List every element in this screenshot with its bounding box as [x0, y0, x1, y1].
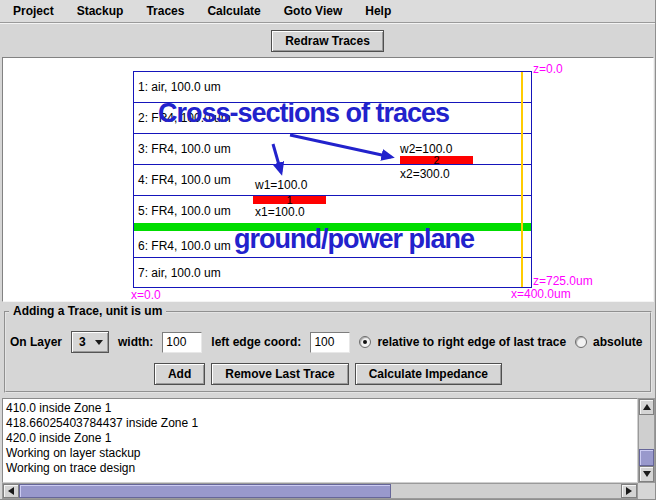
add-trace-controls: On Layer 3 width: left edge coord: relat… — [10, 330, 642, 354]
add-button[interactable]: Add — [154, 363, 205, 385]
trace1-x-label: x1=100.0 — [255, 205, 305, 219]
log-panel: 410.0 inside Zone 1 418.66025403784437 i… — [2, 398, 654, 499]
absolute-radio-group: absolute — [575, 335, 642, 349]
menu-stackup[interactable]: Stackup — [74, 2, 127, 20]
scroll-right-button[interactable] — [621, 484, 637, 498]
log-line: 418.66025403784437 inside Zone 1 — [6, 416, 637, 431]
stackup-canvas: 1: air, 100.0 um 2: FR4, 100.0 um 3: FR4… — [2, 57, 654, 302]
menu-project[interactable]: Project — [10, 2, 57, 20]
width-label: width: — [118, 335, 153, 349]
toolbar: Redraw Traces — [0, 24, 655, 57]
z-axis-marker-line — [521, 72, 523, 287]
coord-z-bottom: z=725.0um — [533, 274, 593, 288]
add-trace-buttons: Add Remove Last Trace Calculate Impedanc… — [0, 363, 656, 385]
width-input[interactable] — [162, 332, 202, 353]
arrow-down-icon — [643, 471, 651, 477]
add-trace-panel: Adding a Trace, unit is um On Layer 3 wi… — [0, 302, 656, 396]
layer-row-7: 7: air, 100.0 um — [134, 258, 531, 286]
scroll-down-button[interactable] — [639, 466, 654, 482]
arrow-left-icon — [8, 487, 14, 495]
trace2-width-label: w2=100.0 — [400, 142, 452, 156]
log-line: Working on layer stackup — [6, 446, 637, 461]
menu-goto-view[interactable]: Goto View — [281, 2, 345, 20]
log-line: Working on trace design — [6, 461, 637, 476]
scroll-up-button[interactable] — [639, 399, 654, 415]
redraw-traces-button[interactable]: Redraw Traces — [271, 30, 384, 52]
layer-row-5: 5: FR4, 100.0 um — [134, 196, 531, 223]
arrow-right-icon — [626, 487, 632, 495]
left-edge-label: left edge coord: — [211, 335, 301, 349]
log-line: 410.0 inside Zone 1 — [6, 401, 637, 416]
horizontal-scrollbar[interactable] — [2, 483, 638, 499]
remove-last-trace-button[interactable]: Remove Last Trace — [211, 363, 348, 385]
layer-label: 7: air, 100.0 um — [138, 266, 221, 280]
on-layer-label: On Layer — [10, 335, 62, 349]
trace2-x-label: x2=300.0 — [400, 167, 450, 181]
layer-label: 4: FR4, 100.0 um — [138, 173, 231, 187]
menu-calculate[interactable]: Calculate — [204, 2, 263, 20]
app-window: Project Stackup Traces Calculate Goto Vi… — [0, 0, 656, 500]
trace1-width-label: w1=100.0 — [255, 178, 307, 192]
relative-radio-label: relative to right edge of last trace — [377, 335, 566, 349]
arrow-up-icon — [643, 404, 651, 410]
relative-radio-group: relative to right edge of last trace — [359, 335, 566, 349]
left-edge-input[interactable] — [310, 332, 350, 353]
log-line: 420.0 inside Zone 1 — [6, 431, 637, 446]
layer-label: 6: FR4, 100.0 um — [138, 239, 231, 253]
menu-traces[interactable]: Traces — [143, 2, 187, 20]
chevron-down-icon — [95, 340, 103, 345]
scroll-left-button[interactable] — [3, 484, 19, 498]
coord-z-top: z=0.0 — [533, 62, 563, 76]
layer-label: 3: FR4, 100.0 um — [138, 142, 231, 156]
trace-bar-1: 1 — [253, 196, 326, 204]
absolute-radio-label: absolute — [593, 335, 642, 349]
vertical-scroll-thumb[interactable] — [639, 449, 654, 466]
add-trace-panel-title: Adding a Trace, unit is um — [9, 304, 166, 318]
layer-label: 5: FR4, 100.0 um — [138, 204, 231, 218]
vertical-scrollbar[interactable] — [638, 398, 655, 483]
layer-row-4: 4: FR4, 100.0 um — [134, 165, 531, 196]
coord-x-left: x=0.0 — [131, 288, 161, 302]
horizontal-scroll-thumb[interactable] — [19, 484, 391, 498]
menu-bar: Project Stackup Traces Calculate Goto Vi… — [0, 0, 655, 23]
absolute-radio[interactable] — [575, 336, 587, 348]
layer-label: 1: air, 100.0 um — [138, 80, 221, 94]
layer-select[interactable]: 3 — [71, 331, 109, 353]
relative-radio[interactable] — [359, 336, 371, 348]
trace-bar-2: 2 — [400, 156, 473, 164]
canvas-headline: Cross-sections of traces — [158, 98, 449, 129]
ground-plane-label: ground/power plane — [234, 224, 474, 255]
calculate-impedance-button[interactable]: Calculate Impedance — [355, 363, 502, 385]
layer-select-value: 3 — [79, 335, 86, 349]
log-output[interactable]: 410.0 inside Zone 1 418.66025403784437 i… — [2, 398, 638, 483]
coord-x-right: x=400.0um — [511, 287, 571, 301]
menu-help[interactable]: Help — [362, 2, 394, 20]
